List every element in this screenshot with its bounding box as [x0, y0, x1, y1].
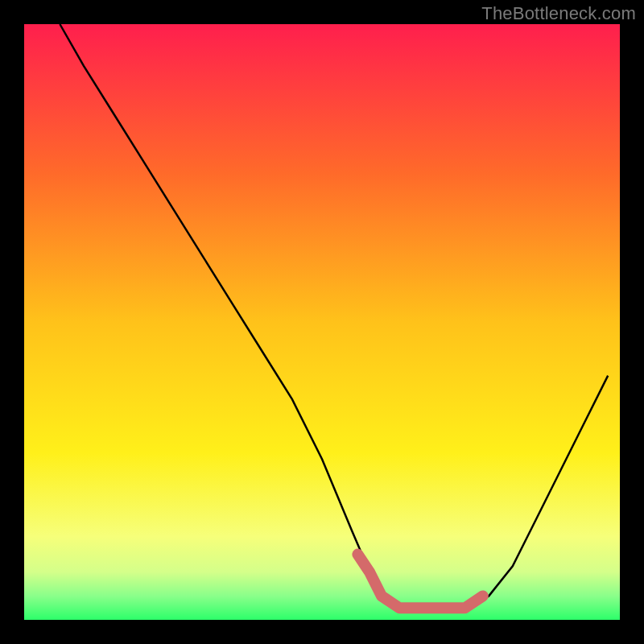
- chart-stage: TheBottleneck.com: [0, 0, 644, 644]
- bottleneck-chart: [0, 0, 644, 644]
- attribution-text: TheBottleneck.com: [481, 3, 636, 24]
